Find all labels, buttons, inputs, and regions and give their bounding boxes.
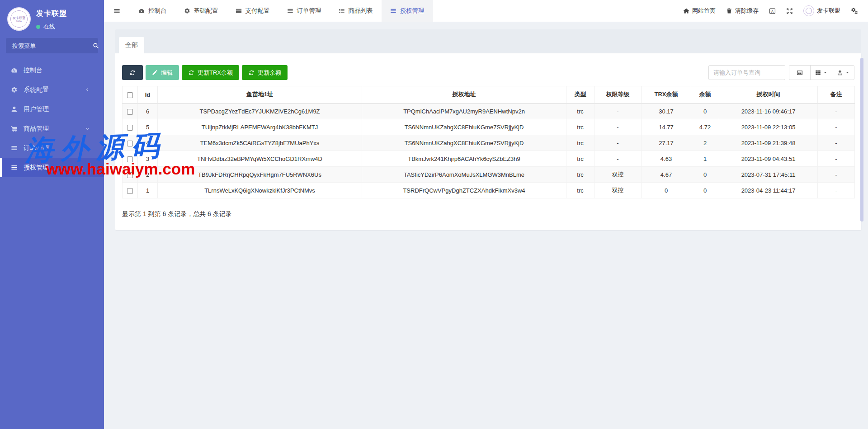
brand-title: 发卡联盟	[36, 9, 67, 19]
cell-auth-address: TPQmiChAaciPM7xgAU2myR9AENHwtNpv2n	[362, 104, 566, 119]
avatar[interactable]: 发卡联盟 FAKA	[7, 7, 31, 31]
list-icon	[287, 8, 293, 14]
settings-button[interactable]	[851, 7, 858, 14]
sidebar-item-system-config[interactable]: 系统配置	[0, 80, 104, 99]
sidebar-toggle-button[interactable]	[104, 0, 130, 22]
tab-all[interactable]: 全部	[119, 37, 144, 53]
caret-down-icon	[845, 71, 849, 75]
cell-balance: 4.72	[691, 119, 719, 135]
list-ul-icon	[339, 8, 345, 14]
cell-trx-balance: 4.63	[642, 151, 691, 167]
cell-balance: 1	[691, 151, 719, 167]
cell-type: trc	[566, 151, 594, 167]
cell-id: 5	[138, 119, 158, 135]
cell-trx-balance: 30.17	[642, 104, 691, 119]
cell-type: trc	[566, 135, 594, 151]
cell-note: -	[818, 119, 855, 135]
scrollbar-thumb[interactable]	[860, 58, 863, 222]
order-search	[708, 65, 785, 80]
cell-auth-time: 2023-11-09 22:13:05	[719, 119, 818, 135]
topbar-right: 网站首页 清除缓存 发卡联盟	[683, 5, 868, 16]
topbar-tab-product-list[interactable]: 商品列表	[330, 0, 382, 22]
row-checkbox[interactable]	[127, 188, 133, 194]
cell-auth-address: TBkmJvrk241Khjrp6ACAhYk6cySZbEZ3h9	[362, 151, 566, 167]
authorization-panel: 全部 编辑 更新TRX余额 更新余额	[115, 29, 861, 230]
export-button[interactable]	[832, 65, 854, 80]
cell-permission-level: 双控	[594, 167, 642, 183]
columns-button[interactable]	[810, 65, 832, 80]
cell-note: -	[818, 167, 855, 183]
table-toolbar: 编辑 更新TRX余额 更新余额	[122, 65, 854, 80]
table-row: 3 TNHvDdbiz32eBPMYqWi5XCChoGD1RXmw4D TBk…	[123, 151, 855, 167]
update-balance-button[interactable]: 更新余额	[242, 65, 288, 80]
language-icon	[769, 8, 776, 14]
cell-permission-level: 双控	[594, 183, 642, 198]
topbar: 控制台 基础配置 支付配置 订单管理 商品列表 授权管理 网站首页 清除缓存	[104, 0, 868, 22]
cart-icon	[11, 125, 18, 132]
cell-trx-balance: 14.77	[642, 119, 691, 135]
cell-permission-level: -	[594, 151, 642, 167]
cell-auth-address: TS6NNmnUKZahgXC8EhiuKGme7SVRjjyKjD	[362, 119, 566, 135]
topbar-tab-authorization[interactable]: 授权管理	[382, 0, 433, 22]
username: 发卡联盟	[817, 7, 840, 15]
topbar-tab-dashboard[interactable]: 控制台	[130, 0, 175, 22]
gauge-icon	[11, 67, 18, 74]
cell-balance: 0	[691, 104, 719, 119]
row-checkbox[interactable]	[127, 172, 133, 178]
col-trx-balance: TRX余额	[642, 86, 691, 104]
refresh-button[interactable]	[122, 65, 143, 80]
table-view-buttons	[789, 65, 854, 80]
chevron-left-icon	[85, 87, 90, 92]
order-search-input[interactable]	[708, 65, 785, 80]
topbar-tab-payment-config[interactable]: 支付配置	[227, 0, 278, 22]
table-row: 2 TB9JkFDRrjCHRpqQyxFkHgm7FU5RWNX6Us TAS…	[123, 167, 855, 183]
sidebar-item-users[interactable]: 用户管理	[0, 99, 104, 119]
sidebar-search	[6, 38, 98, 53]
edit-button[interactable]: 编辑	[146, 65, 179, 80]
cell-auth-address: TASficYDzirP6AomXoMuJsXLMGW3MnBLme	[362, 167, 566, 183]
topbar-tab-basic-config[interactable]: 基础配置	[175, 0, 227, 22]
fullscreen-button[interactable]	[786, 8, 793, 14]
site-home-link[interactable]: 网站首页	[683, 7, 716, 15]
avatar	[803, 5, 814, 16]
language-button[interactable]	[769, 8, 776, 14]
cell-auth-time: 2023-07-31 17:45:11	[719, 167, 818, 183]
user-menu[interactable]: 发卡联盟	[803, 5, 840, 16]
sidebar-item-orders[interactable]: 订单管理	[0, 138, 104, 158]
pagination-summary: 显示第 1 到第 6 条记录，总共 6 条记录	[122, 210, 854, 218]
credit-card-icon	[236, 8, 242, 14]
cell-type: trc	[566, 167, 594, 183]
row-checkbox[interactable]	[127, 156, 133, 162]
cell-fry-address: TNHvDdbiz32eBPMYqWi5XCChoGD1RXmw4D	[158, 151, 362, 167]
update-trx-balance-button[interactable]: 更新TRX余额	[182, 65, 239, 80]
list-icon	[11, 145, 18, 151]
cell-auth-time: 2023-11-09 21:39:48	[719, 135, 818, 151]
cogs-icon	[851, 7, 858, 14]
row-checkbox[interactable]	[127, 125, 133, 131]
sidebar-item-dashboard[interactable]: 控制台	[0, 61, 104, 80]
topbar-tab-orders[interactable]: 订单管理	[278, 0, 330, 22]
user-icon	[11, 106, 18, 113]
cell-fry-address: TLrnsWeLxKQ6igXNowkzkiKfJr3PCtNMvs	[158, 183, 362, 198]
grid-icon	[815, 70, 821, 75]
row-checkbox[interactable]	[127, 109, 133, 115]
select-all-checkbox[interactable]	[127, 92, 133, 98]
clear-cache-button[interactable]: 清除缓存	[726, 7, 759, 15]
cell-id: 3	[138, 151, 158, 167]
sidebar-header: 发卡联盟 FAKA 发卡联盟 在线	[0, 0, 104, 31]
row-checkbox[interactable]	[127, 141, 133, 146]
search-icon	[93, 42, 99, 49]
sidebar-item-products[interactable]: 商品管理	[0, 119, 104, 138]
detail-view-icon	[797, 70, 803, 76]
list-icon	[11, 164, 18, 171]
cell-auth-time: 2023-11-16 09:46:17	[719, 104, 818, 119]
sidebar-item-authorization[interactable]: 授权管理	[0, 158, 104, 177]
toggle-detail-view-button[interactable]	[789, 65, 811, 80]
sidebar-search-input[interactable]	[11, 42, 93, 50]
col-auth-address: 授权地址	[362, 86, 566, 104]
gauge-icon	[138, 8, 145, 14]
table-row: 4 TEM6x3dcmZk5CAiRGsTYZ8jbF7MUaPhYxs TS6…	[123, 135, 855, 151]
fullscreen-icon	[786, 8, 793, 14]
cell-note: -	[818, 151, 855, 167]
cell-trx-balance: 27.17	[642, 135, 691, 151]
